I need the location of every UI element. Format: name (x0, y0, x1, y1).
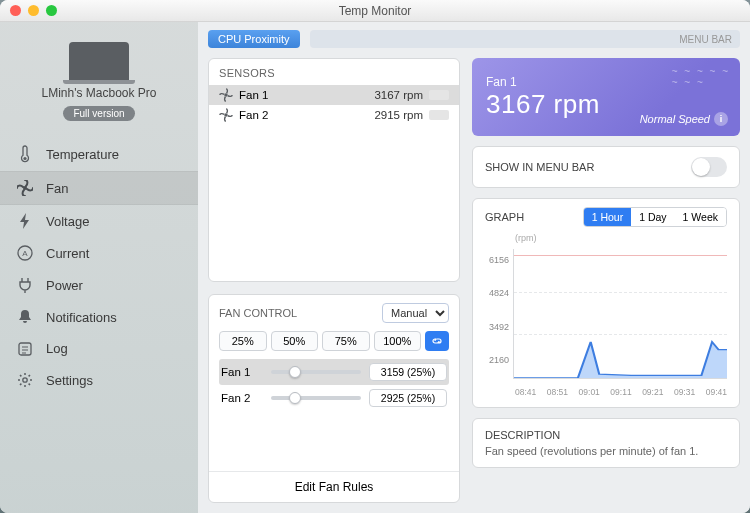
log-icon (16, 342, 34, 356)
svg-point-5 (23, 378, 27, 382)
description-heading: DESCRIPTION (485, 429, 727, 441)
sidebar-item-power[interactable]: Power (0, 269, 198, 301)
description-text: Fan speed (revolutions per minute) of fa… (485, 445, 727, 457)
sidebar-item-log[interactable]: Log (0, 333, 198, 364)
fan-row-name: Fan 1 (221, 366, 263, 378)
x-axis: 08:41 08:51 09:01 09:11 09:21 09:31 09:4… (485, 385, 727, 397)
fan-icon (219, 108, 233, 122)
minimize-icon[interactable] (28, 5, 39, 16)
laptop-icon (69, 42, 129, 80)
sidebar-item-label: Power (46, 278, 83, 293)
device-block: LMinh's Macbook Pro Full version (0, 42, 198, 137)
graph-plot: 6156 4824 3492 2160 (485, 249, 727, 379)
sidebar: LMinh's Macbook Pro Full version Tempera… (0, 22, 198, 513)
graph-line (514, 249, 727, 378)
sensors-heading: SENSORS (209, 59, 459, 85)
bolt-icon (16, 213, 34, 229)
sensors-panel: SENSORS Fan 1 3167 rpm Fan 2 (208, 58, 460, 282)
top-bar: CPU Proximity MENU BAR (208, 30, 740, 48)
preset-button[interactable]: 100% (374, 331, 422, 351)
fan-icon (219, 88, 233, 102)
sidebar-item-notifications[interactable]: Notifications (0, 301, 198, 333)
sensor-name: Fan 2 (239, 109, 347, 121)
thermometer-icon (16, 145, 34, 163)
graph-heading: GRAPH (485, 211, 524, 223)
fan-row-value[interactable]: 2925 (25%) (369, 389, 447, 407)
fan-hero: ~ ~ ~ ~ ~~ ~ ~ Fan 1 3167 rpm Normal Spe… (472, 58, 740, 136)
menubar-toggle[interactable] (691, 157, 727, 177)
sensor-bar (429, 110, 449, 120)
sidebar-item-label: Temperature (46, 147, 119, 162)
sidebar-item-label: Voltage (46, 214, 89, 229)
sidebar-item-voltage[interactable]: Voltage (0, 205, 198, 237)
preset-button[interactable]: 25% (219, 331, 267, 351)
titlebar: Temp Monitor (0, 0, 750, 22)
range-tabs: 1 Hour 1 Day 1 Week (583, 207, 727, 227)
sidebar-item-label: Current (46, 246, 89, 261)
sidebar-item-current[interactable]: A Current (0, 237, 198, 269)
menubar-strip: MENU BAR (310, 30, 740, 48)
sidebar-item-label: Fan (46, 181, 68, 196)
plug-icon (16, 277, 34, 293)
svg-point-6 (224, 93, 228, 97)
preset-button[interactable]: 50% (271, 331, 319, 351)
amp-icon: A (16, 245, 34, 261)
hero-status: Normal Speed i (640, 112, 728, 126)
preset-row: 25% 50% 75% 100% (219, 331, 449, 351)
info-icon[interactable]: i (714, 112, 728, 126)
fan-slider[interactable] (271, 396, 361, 400)
menubar-strip-label[interactable]: MENU BAR (679, 34, 732, 45)
sidebar-item-label: Log (46, 341, 68, 356)
y-axis: 6156 4824 3492 2160 (485, 249, 513, 379)
sidebar-item-temperature[interactable]: Temperature (0, 137, 198, 171)
svg-point-0 (23, 157, 26, 160)
fan-control-row[interactable]: Fan 1 3159 (25%) (219, 359, 449, 385)
close-icon[interactable] (10, 5, 21, 16)
range-tab[interactable]: 1 Week (675, 208, 726, 226)
link-fans-button[interactable] (425, 331, 449, 351)
sensor-row[interactable]: Fan 1 3167 rpm (209, 85, 459, 105)
sensor-name: Fan 1 (239, 89, 347, 101)
bell-icon (16, 309, 34, 325)
fan-mode-select[interactable]: Manual (382, 303, 449, 323)
range-tab[interactable]: 1 Hour (584, 208, 632, 226)
fan-control-panel: FAN CONTROL Manual 25% 50% 75% 100% (208, 294, 460, 503)
preset-button[interactable]: 75% (322, 331, 370, 351)
show-in-menubar-row: SHOW IN MENU BAR (472, 146, 740, 188)
gear-icon (16, 372, 34, 388)
traffic-lights (10, 5, 57, 16)
edit-fan-rules-button[interactable]: Edit Fan Rules (209, 471, 459, 502)
sidebar-item-fan[interactable]: Fan (0, 171, 198, 205)
fan-row-value[interactable]: 3159 (25%) (369, 363, 447, 381)
sensor-value: 3167 rpm (353, 89, 423, 101)
sensor-row[interactable]: Fan 2 2915 rpm (209, 105, 459, 125)
range-tab[interactable]: 1 Day (631, 208, 674, 226)
svg-text:A: A (22, 249, 28, 258)
sidebar-item-label: Settings (46, 373, 93, 388)
fan-slider[interactable] (271, 370, 361, 374)
sensor-value: 2915 rpm (353, 109, 423, 121)
show-in-menubar-label: SHOW IN MENU BAR (485, 161, 594, 173)
main-content: CPU Proximity MENU BAR SENSORS Fan 1 316… (198, 22, 750, 513)
sensor-list: Fan 1 3167 rpm Fan 2 2915 rpm (209, 85, 459, 131)
sidebar-item-settings[interactable]: Settings (0, 364, 198, 396)
fan-control-row[interactable]: Fan 2 2925 (25%) (219, 385, 449, 411)
sidebar-item-label: Notifications (46, 310, 117, 325)
hero-label: Fan 1 (486, 75, 726, 89)
graph-unit: (rpm) (485, 233, 727, 243)
window-title: Temp Monitor (0, 4, 750, 18)
graph-panel: GRAPH 1 Hour 1 Day 1 Week (rpm) 6156 (472, 198, 740, 408)
svg-point-7 (224, 113, 228, 117)
version-badge: Full version (63, 106, 134, 121)
sensor-chip[interactable]: CPU Proximity (208, 30, 300, 48)
fan-control-heading: FAN CONTROL (219, 307, 297, 319)
fan-icon (16, 180, 34, 196)
zoom-icon[interactable] (46, 5, 57, 16)
device-name: LMinh's Macbook Pro (41, 86, 156, 100)
sensor-bar (429, 90, 449, 100)
description-panel: DESCRIPTION Fan speed (revolutions per m… (472, 418, 740, 468)
fan-row-name: Fan 2 (221, 392, 263, 404)
app-window: Temp Monitor LMinh's Macbook Pro Full ve… (0, 0, 750, 513)
